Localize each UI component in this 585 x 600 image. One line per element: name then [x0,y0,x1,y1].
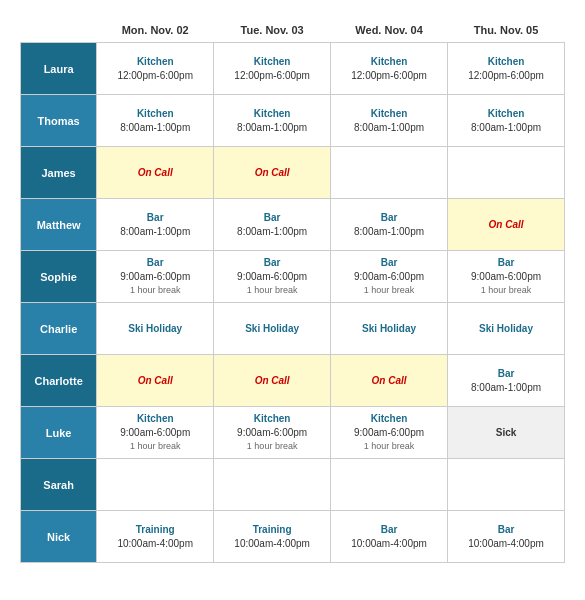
name-cell: Sophie [21,251,97,303]
data-cell-1: On Call [214,147,331,199]
table-row: ThomasKitchen8:00am-1:00pmKitchen8:00am-… [21,95,565,147]
data-cell-1: Bar9:00am-6:00pm1 hour break [214,251,331,303]
name-cell: Nick [21,511,97,563]
table-row: MatthewBar8:00am-1:00pmBar8:00am-1:00pmB… [21,199,565,251]
data-cell-1: On Call [214,355,331,407]
data-cell-2 [331,459,448,511]
name-cell: Charlotte [21,355,97,407]
data-cell-2: Bar8:00am-1:00pm [331,199,448,251]
data-cell-3: Kitchen12:00pm-6:00pm [448,43,565,95]
table-row: LukeKitchen9:00am-6:00pm1 hour breakKitc… [21,407,565,459]
data-cell-1: Kitchen8:00am-1:00pm [214,95,331,147]
name-cell: Luke [21,407,97,459]
data-cell-3: On Call [448,199,565,251]
data-cell-2: Bar10:00am-4:00pm [331,511,448,563]
data-cell-1 [214,459,331,511]
name-cell: Matthew [21,199,97,251]
data-cell-0: Bar9:00am-6:00pm1 hour break [97,251,214,303]
data-cell-3: Bar10:00am-4:00pm [448,511,565,563]
name-cell: Laura [21,43,97,95]
data-cell-0 [97,459,214,511]
table-row: Sarah [21,459,565,511]
data-cell-2: On Call [331,355,448,407]
data-cell-1: Training10:00am-4:00pm [214,511,331,563]
data-cell-3 [448,147,565,199]
data-cell-3 [448,459,565,511]
data-cell-3: Bar9:00am-6:00pm1 hour break [448,251,565,303]
name-cell: James [21,147,97,199]
data-cell-0: On Call [97,355,214,407]
table-row: CharlieSki HolidaySki HolidaySki Holiday… [21,303,565,355]
data-cell-0: Kitchen12:00pm-6:00pm [97,43,214,95]
data-cell-0: Training10:00am-4:00pm [97,511,214,563]
data-cell-0: Kitchen9:00am-6:00pm1 hour break [97,407,214,459]
data-cell-3: Bar8:00am-1:00pm [448,355,565,407]
data-cell-1: Bar8:00am-1:00pm [214,199,331,251]
data-cell-1: Kitchen12:00pm-6:00pm [214,43,331,95]
data-cell-0: Ski Holiday [97,303,214,355]
data-cell-1: Ski Holiday [214,303,331,355]
data-cell-0: On Call [97,147,214,199]
data-cell-3: Sick [448,407,565,459]
name-cell: Thomas [21,95,97,147]
data-cell-3: Ski Holiday [448,303,565,355]
name-cell: Sarah [21,459,97,511]
col-header-thu: Thu. Nov. 05 [448,20,565,43]
schedule-table: Mon. Nov. 02 Tue. Nov. 03 Wed. Nov. 04 T… [20,20,565,563]
header-row: Mon. Nov. 02 Tue. Nov. 03 Wed. Nov. 04 T… [21,20,565,43]
data-cell-2: Ski Holiday [331,303,448,355]
table-row: JamesOn CallOn Call [21,147,565,199]
table-row: LauraKitchen12:00pm-6:00pmKitchen12:00pm… [21,43,565,95]
data-cell-2: Kitchen8:00am-1:00pm [331,95,448,147]
table-row: CharlotteOn CallOn CallOn CallBar8:00am-… [21,355,565,407]
data-cell-2: Kitchen9:00am-6:00pm1 hour break [331,407,448,459]
col-header-mon: Mon. Nov. 02 [97,20,214,43]
table-row: NickTraining10:00am-4:00pmTraining10:00a… [21,511,565,563]
data-cell-2: Kitchen12:00pm-6:00pm [331,43,448,95]
col-header-wed: Wed. Nov. 04 [331,20,448,43]
col-header-tue: Tue. Nov. 03 [214,20,331,43]
data-cell-0: Bar8:00am-1:00pm [97,199,214,251]
col-header-name [21,20,97,43]
data-cell-3: Kitchen8:00am-1:00pm [448,95,565,147]
table-row: SophieBar9:00am-6:00pm1 hour breakBar9:0… [21,251,565,303]
data-cell-1: Kitchen9:00am-6:00pm1 hour break [214,407,331,459]
data-cell-0: Kitchen8:00am-1:00pm [97,95,214,147]
data-cell-2: Bar9:00am-6:00pm1 hour break [331,251,448,303]
name-cell: Charlie [21,303,97,355]
data-cell-2 [331,147,448,199]
